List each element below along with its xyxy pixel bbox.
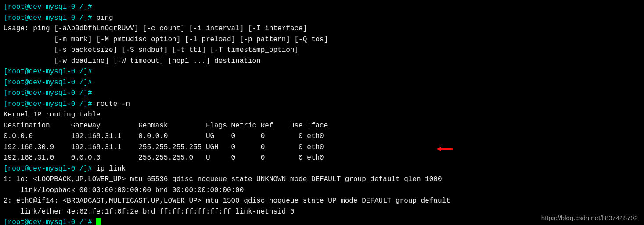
iplink-line: 2: eth0@if14: <BROADCAST,MULTICAST,UP,LO… — [4, 197, 450, 205]
cmd-ping: ping — [96, 14, 113, 22]
shell-prompt: [root@dev-mysql-0 /]# — [4, 14, 96, 22]
route-header: Destination Gateway Genmask Flags Metric… — [4, 122, 328, 130]
ping-usage-line: Usage: ping [-aAbBdDfhLnOqrRUvV] [-c cou… — [4, 25, 307, 33]
watermark-text: https://blog.csdn.net/ll837448792 — [541, 214, 638, 221]
iplink-line: link/ether 4e:62:fe:1f:0f:2e brd ff:ff:f… — [4, 208, 295, 216]
cmd-iplink: ip link — [96, 165, 126, 173]
shell-prompt: [root@dev-mysql-0 /]# — [4, 89, 96, 97]
arrow-annotation-icon — [436, 145, 453, 156]
shell-prompt: [root@dev-mysql-0 /]# — [4, 3, 96, 11]
cursor-icon — [96, 218, 101, 225]
route-row: 192.168.30.9 192.168.31.1 255.255.255.25… — [4, 143, 324, 151]
route-row: 0.0.0.0 192.168.31.1 0.0.0.0 UG 0 0 0 et… — [4, 132, 324, 140]
shell-prompt: [root@dev-mysql-0 /]# — [4, 100, 96, 108]
terminal-output[interactable]: [root@dev-mysql-0 /]# [root@dev-mysql-0 … — [0, 0, 644, 225]
ping-usage-line: [-w deadline] [-W timeout] [hop1 ...] de… — [4, 57, 261, 65]
svg-marker-0 — [436, 147, 453, 151]
cmd-route: route -n — [96, 100, 130, 108]
shell-prompt: [root@dev-mysql-0 /]# — [4, 79, 96, 87]
ping-usage-line: [-m mark] [-M pmtudisc_option] [-l prelo… — [4, 36, 328, 44]
shell-prompt: [root@dev-mysql-0 /]# — [4, 68, 96, 76]
route-row: 192.168.31.0 0.0.0.0 255.255.255.0 U 0 0… — [4, 154, 324, 162]
ping-usage-line: [-s packetsize] [-S sndbuf] [-t ttl] [-T… — [4, 46, 299, 54]
shell-prompt: [root@dev-mysql-0 /]# — [4, 165, 96, 173]
iplink-line: link/loopback 00:00:00:00:00:00 brd 00:0… — [4, 186, 244, 194]
iplink-line: 1: lo: <LOOPBACK,UP,LOWER_UP> mtu 65536 … — [4, 175, 442, 183]
shell-prompt: [root@dev-mysql-0 /]# — [4, 218, 96, 225]
route-title: Kernel IP routing table — [4, 111, 101, 119]
